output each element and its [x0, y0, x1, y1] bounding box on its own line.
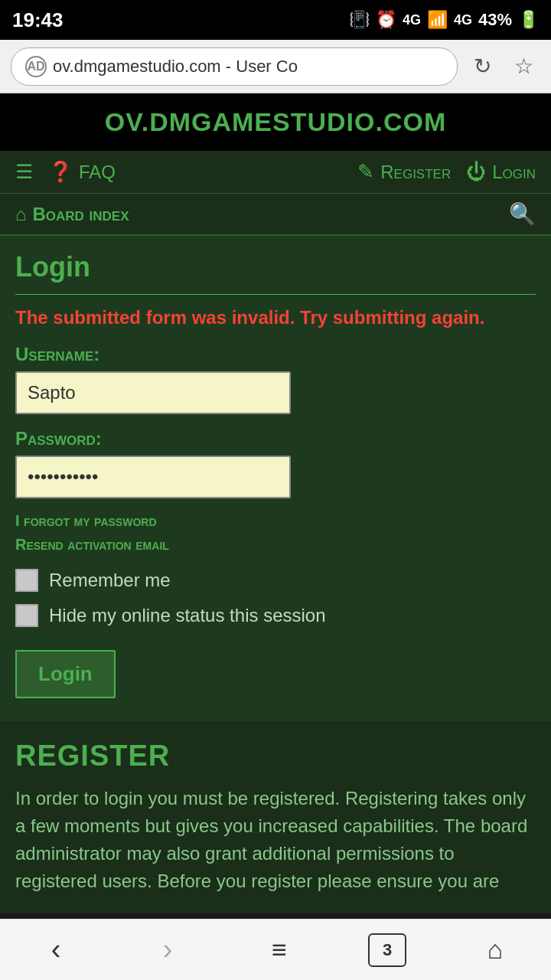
- url-text: ov.dmgamestudio.com - User Co: [53, 57, 443, 77]
- ad-icon: AD: [25, 56, 47, 77]
- bottom-nav: ‹ › ≡ 3 ⌂: [0, 919, 551, 980]
- resend-activation-link[interactable]: Resend activation email: [15, 536, 536, 554]
- remember-me-row: Remember me: [15, 569, 536, 592]
- login-section: Login The submitted form was invalid. Tr…: [0, 236, 551, 721]
- password-label: Password:: [15, 428, 536, 449]
- alarm-icon: ⏰: [376, 10, 396, 30]
- hamburger-icon: ☰: [15, 160, 33, 184]
- tab-switcher-button[interactable]: 3: [368, 933, 406, 967]
- hide-online-status-row: Hide my online status this session: [15, 604, 536, 627]
- nav-register-link[interactable]: ✎ Register: [357, 160, 451, 184]
- url-bar[interactable]: AD ov.dmgamestudio.com - User Co: [11, 47, 458, 86]
- browser-menu-button[interactable]: ≡: [256, 931, 302, 969]
- refresh-button[interactable]: ↻: [465, 50, 499, 83]
- remember-me-label: Remember me: [49, 570, 171, 591]
- checkboxes-group: Remember me Hide my online status this s…: [15, 569, 536, 627]
- error-message: The submitted form was invalid. Try subm…: [15, 307, 536, 328]
- password-input[interactable]: [15, 456, 291, 498]
- faq-icon: ❓: [48, 160, 73, 184]
- status-bar: 19:43 📳 ⏰ 4G 📶 4G 43% 🔋: [0, 0, 551, 40]
- username-input[interactable]: [15, 371, 291, 414]
- faq-label: FAQ: [79, 162, 116, 183]
- password-group: Password:: [15, 428, 536, 498]
- login-button[interactable]: Login: [15, 650, 116, 698]
- browser-bar: AD ov.dmgamestudio.com - User Co ↻ ☆: [0, 40, 551, 93]
- vibrate-icon: 📳: [349, 10, 370, 30]
- bookmark-button[interactable]: ☆: [507, 50, 540, 83]
- lte-icon: 4G: [454, 12, 472, 28]
- breadcrumb-home[interactable]: ⌂ Board index: [15, 204, 129, 225]
- status-time: 19:43: [12, 8, 64, 32]
- register-description: In order to login you must be registered…: [15, 785, 536, 895]
- remember-me-checkbox[interactable]: [15, 569, 38, 592]
- login-nav-label: Login: [492, 162, 536, 183]
- hide-online-status-label: Hide my online status this session: [49, 605, 326, 626]
- nav-right: ✎ Register ⏻ Login: [357, 160, 536, 184]
- register-icon: ✎: [357, 160, 374, 184]
- site-title: OV.DMGAMESTUDIO.COM: [8, 107, 543, 137]
- nav-left: ☰ ❓ FAQ: [15, 160, 116, 184]
- status-icons: 📳 ⏰ 4G 📶 4G 43% 🔋: [349, 10, 539, 30]
- home-button[interactable]: ⌂: [472, 931, 518, 969]
- home-icon: ⌂: [15, 204, 27, 225]
- nav-faq-link[interactable]: ❓ FAQ: [48, 160, 116, 184]
- board-index-label: Board index: [33, 204, 129, 225]
- signal-bars-icon: 📶: [427, 10, 448, 30]
- breadcrumb-bar: ⌂ Board index 🔍: [0, 194, 551, 236]
- site-header: OV.DMGAMESTUDIO.COM: [0, 93, 551, 151]
- search-icon: 🔍: [509, 202, 536, 226]
- battery-icon: 🔋: [518, 10, 539, 30]
- battery-percent: 43%: [478, 10, 512, 30]
- register-title: REGISTER: [15, 740, 536, 773]
- signal-4g-icon: 4G: [403, 12, 421, 28]
- forgot-password-link[interactable]: I forgot my password: [15, 512, 536, 530]
- power-icon: ⏻: [466, 160, 486, 184]
- title-divider: [15, 294, 536, 295]
- username-label: Username:: [15, 344, 536, 365]
- nav-login-link[interactable]: ⏻ Login: [466, 160, 536, 184]
- hide-online-status-checkbox[interactable]: [15, 604, 38, 627]
- register-label: Register: [380, 162, 451, 183]
- nav-bar: ☰ ❓ FAQ ✎ Register ⏻ Login: [0, 151, 551, 194]
- search-button[interactable]: 🔍: [509, 201, 536, 227]
- register-section: REGISTER In order to login you must be r…: [0, 721, 551, 913]
- back-button[interactable]: ‹: [33, 931, 79, 969]
- page-title: Login: [15, 251, 536, 283]
- nav-menu-button[interactable]: ☰: [15, 160, 33, 184]
- username-group: Username:: [15, 344, 536, 414]
- forward-button[interactable]: ›: [145, 931, 191, 969]
